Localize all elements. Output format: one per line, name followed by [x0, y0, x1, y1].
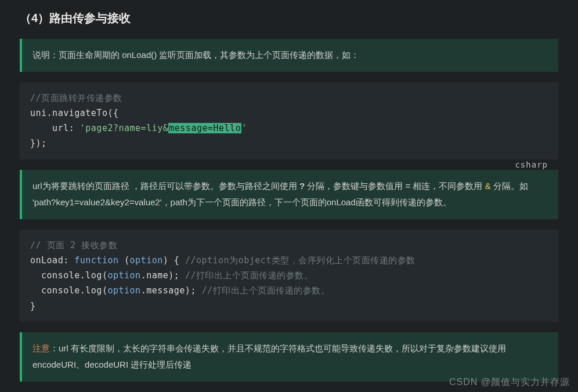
- explain-text: url为将要跳转的页面路径 ，路径后可以带参数。参数与路径之间使用: [32, 181, 299, 191]
- code-line: });: [30, 138, 47, 148]
- code-line: console.log(: [30, 270, 107, 281]
- code-keyword: function: [74, 255, 118, 266]
- explain-block-2: csharp url为将要跳转的页面路径 ，路径后可以带参数。参数与路径之间使用…: [20, 170, 558, 219]
- language-tag: csharp: [515, 157, 548, 173]
- article-content: （4）路由传参与接收 说明：页面生命周期的 onLoad() 监听页面加载，其参…: [0, 0, 578, 382]
- explain-block-1: 说明：页面生命周期的 onLoad() 监听页面加载，其参数为上个页面传递的数据…: [20, 39, 558, 72]
- code-comment: // 页面 2 接收参数: [30, 240, 117, 251]
- code-param: option: [107, 270, 140, 281]
- question-mark-icon: ?: [299, 181, 305, 191]
- code-line: }: [30, 301, 36, 311]
- warning-text: ：url 有长度限制，太长的字符串会传递失败，并且不规范的字符格式也可能导致传递…: [32, 343, 506, 370]
- code-line: .message);: [141, 285, 202, 296]
- warning-label: 注意: [32, 343, 50, 353]
- code-block-1-wrap: //页面跳转并传递参数 uni.navigateTo({ url: 'page2…: [20, 82, 558, 159]
- code-comment: //页面跳转并传递参数: [30, 93, 122, 103]
- section-heading: （4）路由传参与接收: [20, 10, 558, 26]
- code-comment: //打印出上个页面传递的参数。: [201, 285, 330, 296]
- code-line: console.log(: [30, 285, 107, 296]
- code-block-2[interactable]: // 页面 2 接收参数 onLoad: function (option) {…: [20, 230, 558, 322]
- code-comment: //打印出上个页面传递的参数。: [185, 270, 313, 281]
- code-line: uni.navigateTo({: [30, 108, 119, 118]
- code-block-1[interactable]: //页面跳转并传递参数 uni.navigateTo({ url: 'page2…: [20, 82, 558, 159]
- explain-text: 说明：页面生命周期的 onLoad() 监听页面加载，其参数为上个页面传递的数据…: [32, 50, 359, 60]
- ampersand-icon: &: [485, 181, 491, 191]
- watermark: CSDN @颜值与实力并存源: [449, 376, 570, 389]
- explain-text: 分隔，参数键与参数值用 = 相连，不同参数用: [305, 181, 485, 191]
- code-comment: //option为object类型，会序列化上个页面传递的参数: [185, 255, 416, 266]
- selected-text[interactable]: message=Hello: [168, 123, 241, 133]
- code-line: url:: [30, 123, 80, 133]
- code-line: .name);: [141, 270, 185, 281]
- code-param: option: [130, 255, 163, 266]
- code-string: 'page2?name=liy&: [80, 123, 169, 133]
- code-line: ) {: [163, 255, 185, 266]
- code-param: option: [107, 285, 140, 296]
- code-line: onLoad:: [30, 255, 74, 266]
- code-line: (: [119, 255, 130, 266]
- code-string: ': [241, 123, 247, 133]
- warning-block: 注意：url 有长度限制，太长的字符串会传递失败，并且不规范的字符格式也可能导致…: [20, 332, 558, 382]
